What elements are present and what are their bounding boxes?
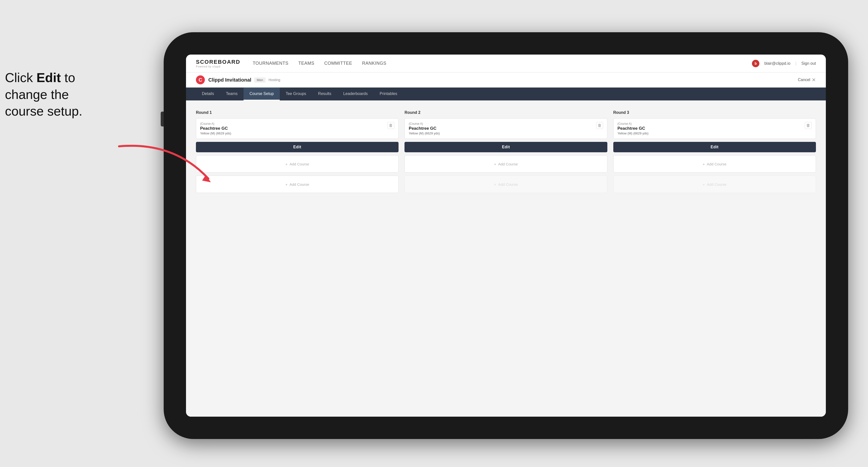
tab-leaderboards[interactable]: Leaderboards [337,88,374,100]
round-2-delete-button[interactable]: 🗑 [596,122,603,129]
user-avatar: b [752,60,760,67]
logo-area: SCOREBOARD Powered by clippd [196,59,240,68]
round-1-course-info: (Course A) Peachtree GC Yellow (M) (6629… [200,122,385,135]
plus-icon-r1b: + [285,182,288,187]
nav-committee[interactable]: COMMITTEE [324,61,352,66]
nav-right: b blair@clippd.io | Sign out [752,60,816,67]
round-3-course-detail: Yellow (M) (6629 yds) [618,131,802,135]
round-3-edit-button[interactable]: Edit [613,142,816,152]
round-3-course-info: (Course A) Peachtree GC Yellow (M) (6629… [618,122,802,135]
round-1-label: Round 1 [196,111,399,115]
round-3-course-name: Peachtree GC [618,126,802,131]
trash-icon: 🗑 [389,123,393,128]
round-2-label: Round 2 [404,111,607,115]
main-content: Round 1 (Course A) Peachtree GC Yellow (… [186,100,826,417]
round-1-course-detail: Yellow (M) (6629 yds) [200,131,385,135]
tabs-bar: Details Teams Course Setup Tee Groups Re… [186,88,826,100]
cancel-button[interactable]: Cancel ✕ [798,77,816,83]
round-2-add-course-label-2: Add Course [498,182,518,187]
tab-course-setup[interactable]: Course Setup [244,88,280,100]
round-2-course-label: (Course A) [409,122,593,125]
app-logo: SCOREBOARD [196,59,240,65]
round-1-course-name: Peachtree GC [200,126,385,131]
nav-rankings[interactable]: RANKINGS [362,61,386,66]
plus-icon-r3a: + [703,162,705,166]
tab-teams[interactable]: Teams [220,88,244,100]
tournament-logo: C [196,75,205,84]
round-1-column: Round 1 (Course A) Peachtree GC Yellow (… [196,111,399,195]
round-1-course-card: (Course A) Peachtree GC Yellow (M) (6629… [196,118,399,139]
tab-details[interactable]: Details [196,88,220,100]
round-3-course-card: (Course A) Peachtree GC Yellow (M) (6629… [613,118,816,139]
trash-icon-r2: 🗑 [598,123,602,128]
plus-icon-r1a: + [285,162,288,166]
round-2-course-info: (Course A) Peachtree GC Yellow (M) (6629… [409,122,593,135]
side-button [161,112,164,126]
instruction-text: Click Edit to change the course setup. [5,69,82,120]
round-3-course-label: (Course A) [618,122,802,125]
plus-icon-r2a: + [494,162,496,166]
round-3-add-course-2: + Add Course [613,176,816,193]
round-2-add-course-1[interactable]: + Add Course [404,155,607,173]
tablet-screen: SCOREBOARD Powered by clippd TOURNAMENTS… [186,55,826,417]
round-3-add-course-label-2: Add Course [707,182,726,187]
tablet-device: SCOREBOARD Powered by clippd TOURNAMENTS… [164,32,848,439]
round-2-add-course-2: + Add Course [404,176,607,193]
sign-out-link[interactable]: Sign out [801,61,816,66]
tournament-header: C Clippd Invitational Men Hosting Cancel… [186,72,826,88]
round-2-course-detail: Yellow (M) (6629 yds) [409,131,593,135]
bold-edit: Edit [36,70,61,85]
plus-icon-r3b: + [703,182,705,187]
user-email: blair@clippd.io [764,61,790,66]
round-3-add-course-label-1: Add Course [707,162,726,166]
tournament-gender-badge: Men [254,77,266,83]
round-1-edit-button[interactable]: Edit [196,142,399,152]
tournament-name: Clippd Invitational [208,77,251,83]
round-1-add-course-2[interactable]: + Add Course [196,176,399,193]
round-1-course-label: (Course A) [200,122,385,125]
tab-tee-groups[interactable]: Tee Groups [280,88,312,100]
round-1-delete-button[interactable]: 🗑 [388,122,394,129]
main-nav: TOURNAMENTS TEAMS COMMITTEE RANKINGS [253,61,752,66]
round-2-add-course-label-1: Add Course [498,162,518,166]
round-1-add-course-label-1: Add Course [289,162,309,166]
round-3-column: Round 3 (Course A) Peachtree GC Yellow (… [613,111,816,195]
round-2-course-card: (Course A) Peachtree GC Yellow (M) (6629… [404,118,607,139]
round-2-column: Round 2 (Course A) Peachtree GC Yellow (… [404,111,607,195]
round-3-add-course-1[interactable]: + Add Course [613,155,816,173]
divider: | [795,61,796,66]
close-icon: ✕ [812,77,816,83]
round-2-course-name: Peachtree GC [409,126,593,131]
tab-results[interactable]: Results [312,88,337,100]
round-2-edit-button[interactable]: Edit [404,142,607,152]
round-1-add-course-label-2: Add Course [289,182,309,187]
nav-teams[interactable]: TEAMS [298,61,314,66]
trash-icon-r3: 🗑 [806,123,810,128]
round-1-add-course-1[interactable]: + Add Course [196,155,399,173]
round-3-label: Round 3 [613,111,816,115]
round-3-delete-button[interactable]: 🗑 [805,122,812,129]
plus-icon-r2b: + [494,182,496,187]
top-navbar: SCOREBOARD Powered by clippd TOURNAMENTS… [186,55,826,72]
tab-printables[interactable]: Printables [374,88,403,100]
nav-tournaments[interactable]: TOURNAMENTS [253,61,288,66]
logo-subtitle: Powered by clippd [196,65,240,68]
tournament-status: Hosting [269,78,280,82]
rounds-grid: Round 1 (Course A) Peachtree GC Yellow (… [196,111,816,195]
